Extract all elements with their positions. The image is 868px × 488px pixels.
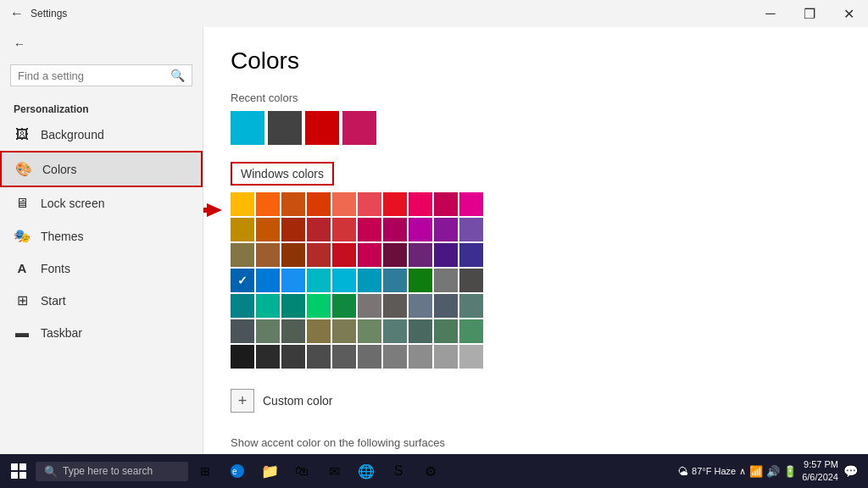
color-swatch[interactable] — [434, 294, 458, 318]
chevron-up-icon[interactable]: ∧ — [739, 466, 746, 477]
color-swatch[interactable] — [409, 243, 432, 267]
color-swatch[interactable] — [434, 243, 458, 267]
color-swatch[interactable] — [332, 218, 356, 241]
color-swatch[interactable] — [409, 269, 432, 292]
color-swatch[interactable] — [231, 294, 254, 318]
taskbar-app-edge[interactable]: e — [222, 456, 253, 486]
sidebar-item-colors[interactable]: 🎨 Colors — [0, 151, 203, 187]
sidebar-item-lock-screen[interactable]: 🖥 Lock screen — [0, 187, 203, 219]
color-swatch[interactable] — [231, 269, 254, 292]
color-swatch[interactable] — [358, 294, 381, 318]
color-swatch[interactable] — [459, 345, 483, 369]
color-swatch[interactable] — [434, 269, 458, 292]
maximize-button[interactable]: ❐ — [790, 0, 829, 27]
color-swatch[interactable] — [409, 218, 432, 241]
color-swatch[interactable] — [256, 218, 280, 241]
color-swatch[interactable] — [358, 269, 381, 292]
color-swatch[interactable] — [459, 319, 483, 343]
color-swatch[interactable] — [332, 319, 356, 343]
color-swatch[interactable] — [383, 345, 407, 369]
color-swatch[interactable] — [409, 294, 432, 318]
color-swatch[interactable] — [459, 243, 483, 267]
minimize-button[interactable]: ─ — [751, 0, 790, 27]
color-swatch[interactable] — [256, 192, 280, 216]
color-swatch[interactable] — [231, 192, 254, 216]
recent-color-2[interactable] — [268, 111, 302, 145]
sidebar-item-taskbar[interactable]: ▬ Taskbar — [0, 317, 203, 349]
sidebar-item-background[interactable]: 🖼 Background — [0, 119, 203, 151]
color-swatch[interactable] — [307, 345, 331, 369]
color-swatch[interactable] — [434, 319, 458, 343]
color-swatch[interactable] — [459, 294, 483, 318]
color-swatch[interactable] — [256, 269, 280, 292]
color-swatch[interactable] — [383, 192, 407, 216]
color-swatch[interactable] — [383, 294, 407, 318]
color-swatch[interactable] — [281, 192, 305, 216]
color-swatch[interactable] — [281, 345, 305, 369]
color-swatch[interactable] — [358, 192, 381, 216]
color-swatch[interactable] — [307, 294, 331, 318]
custom-color-button[interactable]: + Custom color — [231, 382, 841, 419]
taskbar-clock[interactable]: 9:57 PM 6/6/2024 — [802, 458, 838, 485]
color-swatch[interactable] — [434, 192, 458, 216]
sidebar-back-button[interactable]: ← — [0, 27, 203, 61]
color-swatch[interactable] — [358, 243, 381, 267]
color-swatch[interactable] — [281, 294, 305, 318]
close-button[interactable]: ✕ — [829, 0, 868, 27]
taskbar-app-widgets[interactable]: ⊞ — [190, 456, 220, 486]
taskbar-app-folder[interactable]: 📁 — [254, 456, 285, 486]
color-swatch[interactable] — [409, 192, 432, 216]
sidebar-item-themes[interactable]: 🎭 Themes — [0, 219, 203, 252]
color-swatch[interactable] — [332, 294, 356, 318]
color-swatch[interactable] — [332, 192, 356, 216]
color-swatch[interactable] — [256, 243, 280, 267]
color-swatch[interactable] — [231, 345, 254, 369]
sidebar-item-start[interactable]: ⊞ Start — [0, 284, 203, 317]
color-swatch[interactable] — [281, 218, 305, 241]
taskbar-app-skype[interactable]: S — [383, 456, 414, 486]
color-swatch[interactable] — [358, 345, 381, 369]
back-arrow-icon[interactable]: ← — [10, 6, 24, 21]
color-swatch[interactable] — [358, 319, 381, 343]
color-swatch[interactable] — [231, 218, 254, 241]
start-button[interactable] — [3, 456, 34, 486]
color-swatch[interactable] — [307, 218, 331, 241]
color-swatch[interactable] — [409, 319, 432, 343]
recent-color-4[interactable] — [342, 111, 376, 145]
color-swatch[interactable] — [332, 269, 356, 292]
taskbar-search[interactable]: 🔍 Type here to search — [36, 462, 188, 481]
color-swatch[interactable] — [459, 192, 483, 216]
color-swatch[interactable] — [256, 294, 280, 318]
recent-color-1[interactable] — [231, 111, 264, 145]
color-swatch[interactable] — [434, 218, 458, 241]
color-swatch[interactable] — [434, 345, 458, 369]
color-swatch[interactable] — [332, 345, 356, 369]
color-swatch[interactable] — [307, 269, 331, 292]
color-swatch[interactable] — [358, 218, 381, 241]
color-swatch[interactable] — [459, 218, 483, 241]
color-swatch[interactable] — [307, 192, 331, 216]
color-swatch[interactable] — [332, 243, 356, 267]
search-input[interactable] — [18, 69, 165, 82]
color-swatch[interactable] — [383, 243, 407, 267]
color-swatch[interactable] — [281, 243, 305, 267]
color-swatch[interactable] — [383, 218, 407, 241]
color-swatch[interactable] — [383, 269, 407, 292]
color-swatch[interactable] — [383, 319, 407, 343]
taskbar-app-mail[interactable]: ✉ — [319, 456, 349, 486]
color-swatch[interactable] — [459, 269, 483, 292]
sidebar-item-fonts[interactable]: A Fonts — [0, 252, 203, 284]
color-swatch[interactable] — [409, 345, 432, 369]
color-swatch[interactable] — [307, 319, 331, 343]
recent-color-3[interactable] — [305, 111, 339, 145]
color-swatch[interactable] — [256, 319, 280, 343]
taskbar-app-chrome[interactable]: 🌐 — [351, 456, 381, 486]
color-swatch[interactable] — [231, 319, 254, 343]
sidebar-search-container[interactable]: 🔍 — [10, 64, 192, 86]
color-swatch[interactable] — [281, 319, 305, 343]
taskbar-app-store[interactable]: 🛍 — [287, 456, 317, 486]
notification-icon[interactable]: 💬 — [843, 464, 858, 478]
color-swatch[interactable] — [256, 345, 280, 369]
taskbar-app-settings[interactable]: ⚙ — [415, 456, 446, 486]
color-swatch[interactable] — [281, 269, 305, 292]
